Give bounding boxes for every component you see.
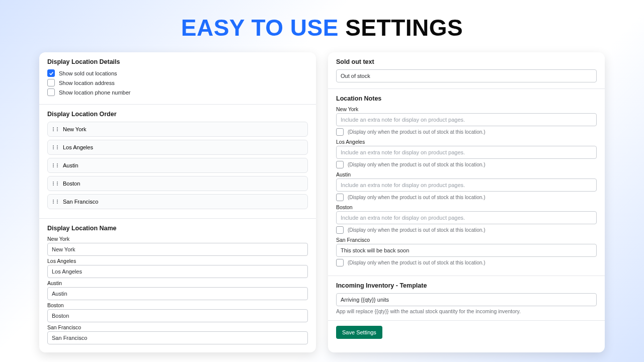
- save-section: Save Settings: [328, 321, 605, 346]
- location-name-label: New York: [47, 236, 308, 242]
- note-location-label: New York: [336, 106, 597, 112]
- order-item[interactable]: Austin: [47, 158, 308, 173]
- note-input[interactable]: [336, 146, 597, 159]
- drag-handle-icon[interactable]: [53, 127, 58, 131]
- checkbox-label: Show location address: [59, 80, 115, 86]
- drag-handle-icon[interactable]: [53, 145, 58, 149]
- display-location-order-section: Display Location Order New YorkLos Angel…: [39, 105, 316, 219]
- left-panel: Display Location Details Show sold out l…: [39, 52, 316, 352]
- order-item[interactable]: Los Angeles: [47, 140, 308, 155]
- note-checkbox-hint: (Display only when the product is out of…: [348, 195, 485, 200]
- order-item[interactable]: San Francisco: [47, 194, 308, 209]
- title-part2: SETTINGS: [345, 15, 463, 41]
- show-address-checkbox[interactable]: [47, 79, 55, 86]
- location-name-input[interactable]: [47, 331, 308, 344]
- location-name-input[interactable]: [47, 265, 308, 278]
- location-name-label: San Francisco: [47, 324, 308, 330]
- note-only-when-oos-checkbox[interactable]: [336, 161, 344, 168]
- drag-handle-icon[interactable]: [53, 182, 58, 186]
- incoming-inventory-section: Incoming Inventory - Template App will r…: [328, 276, 605, 321]
- order-item-label: Los Angeles: [63, 144, 93, 150]
- incoming-helper-text: App will replace {{qty}} with the actual…: [336, 308, 597, 314]
- order-item-label: San Francisco: [63, 199, 98, 205]
- section-heading: Location Notes: [336, 95, 597, 102]
- section-heading: Sold out text: [336, 58, 597, 65]
- section-heading: Incoming Inventory - Template: [336, 282, 597, 289]
- location-name-label: Los Angeles: [47, 258, 308, 264]
- display-location-details-section: Display Location Details Show sold out l…: [39, 52, 316, 105]
- page-title: EASY TO USE SETTINGS: [0, 0, 644, 52]
- sold-out-input[interactable]: [336, 69, 597, 82]
- location-notes-section: Location Notes New York(Display only whe…: [328, 89, 605, 276]
- section-heading: Display Location Details: [47, 58, 308, 65]
- note-checkbox-hint: (Display only when the product is out of…: [348, 227, 485, 233]
- note-only-when-oos-checkbox[interactable]: [336, 128, 344, 136]
- section-heading: Display Location Order: [47, 111, 308, 118]
- sold-out-text-section: Sold out text: [328, 52, 605, 89]
- section-heading: Display Location Name: [47, 225, 308, 232]
- incoming-template-input[interactable]: [336, 293, 597, 306]
- order-item[interactable]: New York: [47, 122, 308, 137]
- drag-handle-icon[interactable]: [53, 163, 58, 167]
- location-name-input[interactable]: [47, 309, 308, 322]
- location-name-label: Austin: [47, 280, 308, 286]
- order-item[interactable]: Boston: [47, 176, 308, 191]
- note-location-label: San Francisco: [336, 237, 597, 243]
- show-phone-checkbox[interactable]: [47, 88, 55, 96]
- title-part1: EASY TO USE: [181, 15, 339, 41]
- note-input[interactable]: [336, 211, 597, 224]
- note-only-when-oos-checkbox[interactable]: [336, 226, 344, 234]
- location-name-input[interactable]: [47, 243, 308, 256]
- note-location-label: Boston: [336, 204, 597, 210]
- right-panel: Sold out text Location Notes New York(Di…: [328, 52, 605, 352]
- note-input[interactable]: [336, 178, 597, 192]
- save-settings-button[interactable]: Save Settings: [336, 326, 382, 339]
- note-location-label: Los Angeles: [336, 139, 597, 145]
- show-sold-out-checkbox[interactable]: [47, 69, 55, 77]
- checkbox-label: Show location phone number: [59, 89, 130, 96]
- location-name-label: Boston: [47, 302, 308, 308]
- note-checkbox-hint: (Display only when the product is out of…: [348, 260, 485, 265]
- order-item-label: Austin: [63, 162, 78, 168]
- display-location-name-section: Display Location Name New YorkLos Angele…: [39, 219, 316, 352]
- note-checkbox-hint: (Display only when the product is out of…: [348, 162, 485, 167]
- note-input[interactable]: [336, 244, 597, 257]
- note-location-label: Austin: [336, 171, 597, 177]
- order-item-label: Boston: [63, 180, 80, 187]
- order-item-label: New York: [63, 126, 86, 132]
- note-only-when-oos-checkbox[interactable]: [336, 259, 344, 266]
- note-input[interactable]: [336, 113, 597, 126]
- drag-handle-icon[interactable]: [53, 200, 58, 204]
- note-only-when-oos-checkbox[interactable]: [336, 194, 344, 201]
- note-checkbox-hint: (Display only when the product is out of…: [348, 129, 485, 135]
- location-name-input[interactable]: [47, 287, 308, 300]
- checkbox-label: Show sold out locations: [59, 70, 117, 76]
